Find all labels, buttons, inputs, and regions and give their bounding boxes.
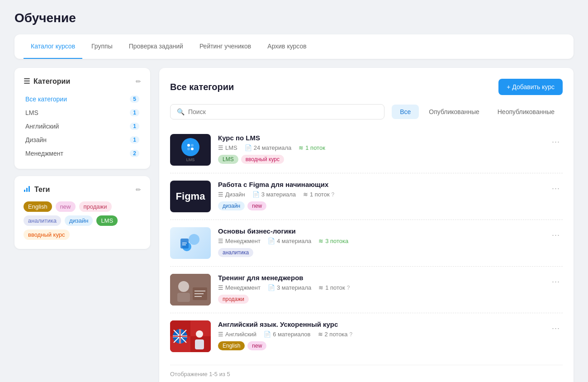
svg-point-4 xyxy=(191,144,194,147)
svg-rect-2 xyxy=(28,186,30,192)
add-course-button[interactable]: + Добавить курс xyxy=(498,79,563,95)
course-meta-3: ☰ Менеджмент 📄 4 материала ≋ 3 потока xyxy=(218,238,542,244)
streams-icon-1: ≋ xyxy=(299,144,303,151)
category-label-design: Дизайн xyxy=(25,136,47,143)
pagination-info: Отображение 1-5 из 5 xyxy=(170,365,563,377)
search-input[interactable] xyxy=(188,108,378,115)
categories-title-wrap: ☰ Категории xyxy=(24,77,70,86)
categories-edit-icon[interactable]: ✏ xyxy=(136,78,141,85)
category-item-management[interactable]: Менеджмент 2 xyxy=(24,147,141,160)
courses-list: LMS Курс по LMS ☰ LMS 📄 24 мат xyxy=(170,127,563,359)
category-count-all: 5 xyxy=(130,96,139,103)
streams-icon-5: ≋ xyxy=(318,331,323,338)
course-meta-4: ☰ Менеджмент 📄 3 материала ≋ 1 поток ? xyxy=(218,284,542,291)
course-meta-1: ☰ LMS 📄 24 материала ≋ 1 поток xyxy=(218,144,542,151)
tags-header: Теги ✏ xyxy=(24,185,141,194)
doc-icon-2: 📄 xyxy=(252,191,260,198)
course-row-5: Английский язык. Ускоренный курс ☰ Англи… xyxy=(170,313,563,359)
course-more-2[interactable]: ··· xyxy=(549,182,563,194)
tag-new[interactable]: new xyxy=(56,201,76,212)
course-row-3: Основы бизнес-логики ☰ Менеджмент 📄 4 ма… xyxy=(170,220,563,267)
course-more-1[interactable]: ··· xyxy=(549,136,563,148)
course-tag-lms-1[interactable]: LMS xyxy=(218,155,238,164)
category-item-design[interactable]: Дизайн 1 xyxy=(24,134,141,146)
course-streams-2: ≋ 1 поток ? xyxy=(303,191,334,198)
tag-prodazhi[interactable]: продажи xyxy=(79,201,112,212)
course-tag-analitika-3[interactable]: аналитика xyxy=(218,248,253,257)
svg-rect-1 xyxy=(26,188,28,192)
svg-point-7 xyxy=(189,234,199,245)
course-tags-4: продажи xyxy=(218,295,542,304)
filter-tab-published[interactable]: Опубликованные xyxy=(421,105,487,119)
main-content: Все категории + Добавить курс 🔍 Все Опуб… xyxy=(159,68,574,382)
tab-archive[interactable]: Архив курсов xyxy=(260,34,313,59)
filter-tabs: Все Опубликованные Неопубликованные xyxy=(392,105,563,119)
course-category-4: ☰ Менеджмент xyxy=(218,284,261,291)
streams-icon-2: ≋ xyxy=(303,191,308,198)
search-box: 🔍 xyxy=(170,104,384,119)
tag-english[interactable]: English xyxy=(24,201,52,212)
course-meta-5: ☰ Английский 📄 6 материалов ≋ 2 потока ? xyxy=(218,331,542,338)
chart-icon xyxy=(24,185,31,194)
figma-logo: Figma xyxy=(176,191,205,202)
course-tags-5: English new xyxy=(218,341,542,350)
tags-card: Теги ✏ English new продажи аналитика диз… xyxy=(14,176,150,249)
tab-catalog[interactable]: Каталог курсов xyxy=(24,34,82,59)
tab-groups[interactable]: Группы xyxy=(84,34,120,59)
filter-tab-all[interactable]: Все xyxy=(392,105,419,119)
categories-card: ☰ Категории ✏ Все категории 5 LMS 1 xyxy=(14,68,150,169)
course-streams-5: ≋ 2 потока ? xyxy=(318,331,353,338)
course-category-1: ☰ LMS xyxy=(218,144,237,151)
course-tag-new-2[interactable]: new xyxy=(247,201,266,210)
tag-dizain[interactable]: дизайн xyxy=(65,215,93,226)
course-tag-dizain-2[interactable]: дизайн xyxy=(218,201,245,210)
tabs-bar: Каталог курсов Группы Проверка заданий Р… xyxy=(14,34,574,59)
filter-tab-unpublished[interactable]: Неопубликованные xyxy=(489,105,563,119)
svg-point-6 xyxy=(191,148,194,150)
content-layout: ☰ Категории ✏ Все категории 5 LMS 1 xyxy=(14,68,574,382)
list-meta-icon-1: ☰ xyxy=(218,144,223,151)
tag-analitika[interactable]: аналитика xyxy=(24,215,61,226)
course-info-1: Курс по LMS ☰ LMS 📄 24 материала xyxy=(218,134,542,164)
tags-wrap: English new продажи аналитика дизайн LMS… xyxy=(24,201,141,240)
categories-title: Категории xyxy=(33,77,70,86)
svg-rect-0 xyxy=(24,190,25,192)
category-list: Все категории 5 LMS 1 Английский 1 Дизай… xyxy=(24,93,141,160)
tag-vvodnyi[interactable]: вводный курс xyxy=(24,229,70,240)
categories-header: ☰ Категории ✏ xyxy=(24,77,141,86)
tab-rating[interactable]: Рейтинг учеников xyxy=(192,34,258,59)
main-header: Все категории + Добавить курс xyxy=(170,79,563,95)
course-streams-4: ≋ 1 поток ? xyxy=(318,284,350,291)
course-tag-english-5[interactable]: English xyxy=(218,341,245,350)
course-more-5[interactable]: ··· xyxy=(549,322,563,334)
course-more-4[interactable]: ··· xyxy=(549,276,563,287)
course-tags-3: аналитика xyxy=(218,248,542,257)
course-materials-5: 📄 6 материалов xyxy=(264,331,310,338)
course-materials-1: 📄 24 материала xyxy=(245,144,292,151)
lms-logo xyxy=(181,138,199,156)
category-item-english[interactable]: Английский 1 xyxy=(24,120,141,133)
search-icon: 🔍 xyxy=(177,108,185,115)
course-category-2: ☰ Дизайн xyxy=(218,191,245,198)
streams-question-2: ? xyxy=(332,191,335,198)
svg-point-13 xyxy=(178,281,189,292)
course-thumb-2: Figma xyxy=(170,181,211,212)
course-tag-vvodnyi-1[interactable]: вводный курс xyxy=(241,155,284,164)
svg-point-5 xyxy=(187,148,190,150)
category-item-all[interactable]: Все категории 5 xyxy=(24,93,141,105)
course-meta-2: ☰ Дизайн 📄 3 материала ≋ 1 поток ? xyxy=(218,191,542,198)
list-meta-icon-3: ☰ xyxy=(218,238,223,244)
svg-rect-30 xyxy=(195,339,204,349)
tags-edit-icon[interactable]: ✏ xyxy=(136,186,141,193)
main-title: Все категории xyxy=(170,82,234,92)
course-more-3[interactable]: ··· xyxy=(549,229,563,241)
course-info-4: Тренинг для менеджеров ☰ Менеджмент 📄 3 … xyxy=(218,274,542,304)
course-tag-prodazhi-4[interactable]: продажи xyxy=(218,295,249,304)
course-name-5: Английский язык. Ускоренный курс xyxy=(218,320,542,328)
tab-check[interactable]: Проверка заданий xyxy=(122,34,190,59)
svg-rect-9 xyxy=(180,239,189,248)
course-tag-new-5[interactable]: new xyxy=(247,341,266,350)
tag-lms[interactable]: LMS xyxy=(96,215,118,226)
category-item-lms[interactable]: LMS 1 xyxy=(24,106,141,119)
course-tags-1: LMS вводный курс xyxy=(218,155,542,164)
